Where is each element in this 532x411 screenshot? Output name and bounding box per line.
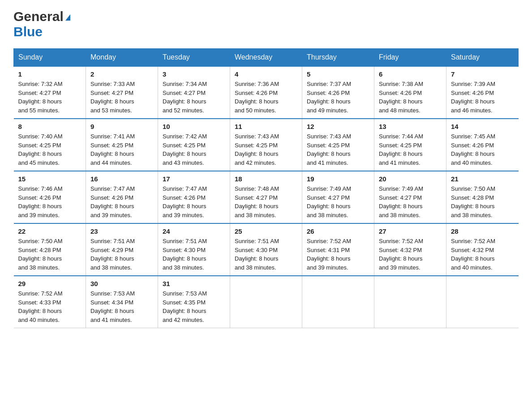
day-info: Sunrise: 7:47 AMSunset: 4:26 PMDaylight:…	[90, 184, 153, 219]
header-saturday: Saturday	[446, 49, 519, 67]
calendar-cell: 13 Sunrise: 7:44 AMSunset: 4:25 PMDaylig…	[374, 119, 446, 171]
day-number: 6	[379, 70, 442, 78]
day-number: 1	[18, 70, 82, 78]
header-sunday: Sunday	[14, 49, 86, 67]
day-number: 10	[163, 123, 225, 130]
calendar-cell: 2 Sunrise: 7:33 AMSunset: 4:27 PMDayligh…	[86, 66, 158, 119]
day-info: Sunrise: 7:50 AMSunset: 4:28 PMDaylight:…	[451, 184, 514, 219]
calendar-cell: 23 Sunrise: 7:51 AMSunset: 4:29 PMDaylig…	[86, 223, 158, 276]
calendar-cell: 19 Sunrise: 7:49 AMSunset: 4:27 PMDaylig…	[302, 171, 374, 223]
calendar-cell	[302, 276, 374, 328]
day-info: Sunrise: 7:42 AMSunset: 4:25 PMDaylight:…	[163, 132, 225, 167]
calendar-cell: 9 Sunrise: 7:41 AMSunset: 4:25 PMDayligh…	[86, 119, 158, 171]
day-info: Sunrise: 7:44 AMSunset: 4:25 PMDaylight:…	[379, 132, 442, 167]
calendar-cell: 1 Sunrise: 7:32 AMSunset: 4:27 PMDayligh…	[14, 66, 86, 119]
header-monday: Monday	[86, 49, 158, 67]
calendar-cell: 7 Sunrise: 7:39 AMSunset: 4:26 PMDayligh…	[446, 66, 519, 119]
day-info: Sunrise: 7:36 AMSunset: 4:26 PMDaylight:…	[235, 80, 297, 115]
calendar-cell: 3 Sunrise: 7:34 AMSunset: 4:27 PMDayligh…	[158, 66, 230, 119]
day-number: 12	[307, 123, 369, 130]
calendar-cell: 26 Sunrise: 7:52 AMSunset: 4:31 PMDaylig…	[302, 223, 374, 276]
day-info: Sunrise: 7:39 AMSunset: 4:26 PMDaylight:…	[451, 80, 514, 115]
calendar-cell: 25 Sunrise: 7:51 AMSunset: 4:30 PMDaylig…	[230, 223, 302, 276]
calendar-cell	[230, 276, 302, 328]
calendar-cell: 24 Sunrise: 7:51 AMSunset: 4:30 PMDaylig…	[158, 223, 230, 276]
calendar-week-row: 1 Sunrise: 7:32 AMSunset: 4:27 PMDayligh…	[14, 66, 519, 119]
day-info: Sunrise: 7:53 AMSunset: 4:34 PMDaylight:…	[90, 289, 153, 324]
logo-general: General	[13, 9, 64, 24]
calendar-cell: 4 Sunrise: 7:36 AMSunset: 4:26 PMDayligh…	[230, 66, 302, 119]
day-info: Sunrise: 7:33 AMSunset: 4:27 PMDaylight:…	[90, 80, 153, 115]
calendar-week-row: 8 Sunrise: 7:40 AMSunset: 4:25 PMDayligh…	[14, 119, 519, 171]
calendar-cell: 21 Sunrise: 7:50 AMSunset: 4:28 PMDaylig…	[446, 171, 519, 223]
calendar-cell: 5 Sunrise: 7:37 AMSunset: 4:26 PMDayligh…	[302, 66, 374, 119]
day-number: 25	[235, 227, 297, 235]
calendar-cell: 29 Sunrise: 7:52 AMSunset: 4:33 PMDaylig…	[14, 276, 86, 328]
day-info: Sunrise: 7:49 AMSunset: 4:27 PMDaylight:…	[307, 184, 369, 219]
day-number: 9	[90, 123, 153, 130]
day-number: 15	[18, 175, 82, 183]
calendar-cell	[446, 276, 519, 328]
day-info: Sunrise: 7:53 AMSunset: 4:35 PMDaylight:…	[163, 289, 225, 324]
day-number: 19	[307, 175, 369, 183]
calendar-cell: 17 Sunrise: 7:47 AMSunset: 4:26 PMDaylig…	[158, 171, 230, 223]
calendar-cell: 16 Sunrise: 7:47 AMSunset: 4:26 PMDaylig…	[86, 171, 158, 223]
header-thursday: Thursday	[302, 49, 374, 67]
calendar-cell: 11 Sunrise: 7:43 AMSunset: 4:25 PMDaylig…	[230, 119, 302, 171]
day-info: Sunrise: 7:47 AMSunset: 4:26 PMDaylight:…	[163, 184, 225, 219]
day-number: 11	[235, 123, 297, 130]
day-info: Sunrise: 7:45 AMSunset: 4:26 PMDaylight:…	[451, 132, 514, 167]
calendar-week-row: 15 Sunrise: 7:46 AMSunset: 4:26 PMDaylig…	[14, 171, 519, 223]
calendar-cell: 20 Sunrise: 7:49 AMSunset: 4:27 PMDaylig…	[374, 171, 446, 223]
day-number: 18	[235, 175, 297, 183]
day-number: 3	[163, 70, 225, 78]
day-number: 27	[379, 227, 442, 235]
day-number: 14	[451, 123, 514, 130]
calendar-week-row: 22 Sunrise: 7:50 AMSunset: 4:28 PMDaylig…	[14, 223, 519, 276]
calendar-cell: 31 Sunrise: 7:53 AMSunset: 4:35 PMDaylig…	[158, 276, 230, 328]
calendar-cell	[374, 276, 446, 328]
day-number: 4	[235, 70, 297, 78]
day-info: Sunrise: 7:37 AMSunset: 4:26 PMDaylight:…	[307, 80, 369, 115]
logo: General Blue	[13, 9, 70, 39]
day-number: 31	[163, 280, 225, 287]
calendar-cell: 22 Sunrise: 7:50 AMSunset: 4:28 PMDaylig…	[14, 223, 86, 276]
day-number: 21	[451, 175, 514, 183]
header-friday: Friday	[374, 49, 446, 67]
header-wednesday: Wednesday	[230, 49, 302, 67]
calendar-week-row: 29 Sunrise: 7:52 AMSunset: 4:33 PMDaylig…	[14, 276, 519, 328]
day-info: Sunrise: 7:43 AMSunset: 4:25 PMDaylight:…	[235, 132, 297, 167]
day-number: 28	[451, 227, 514, 235]
day-info: Sunrise: 7:51 AMSunset: 4:29 PMDaylight:…	[90, 237, 153, 272]
day-info: Sunrise: 7:34 AMSunset: 4:27 PMDaylight:…	[163, 80, 225, 115]
day-number: 13	[379, 123, 442, 130]
day-info: Sunrise: 7:52 AMSunset: 4:31 PMDaylight:…	[307, 237, 369, 272]
day-info: Sunrise: 7:49 AMSunset: 4:27 PMDaylight:…	[379, 184, 442, 219]
day-info: Sunrise: 7:52 AMSunset: 4:33 PMDaylight:…	[18, 289, 82, 324]
calendar-cell: 6 Sunrise: 7:38 AMSunset: 4:26 PMDayligh…	[374, 66, 446, 119]
calendar-cell: 14 Sunrise: 7:45 AMSunset: 4:26 PMDaylig…	[446, 119, 519, 171]
day-number: 23	[90, 227, 153, 235]
calendar-cell: 15 Sunrise: 7:46 AMSunset: 4:26 PMDaylig…	[14, 171, 86, 223]
day-info: Sunrise: 7:38 AMSunset: 4:26 PMDaylight:…	[379, 80, 442, 115]
day-info: Sunrise: 7:51 AMSunset: 4:30 PMDaylight:…	[235, 237, 297, 272]
calendar-cell: 28 Sunrise: 7:52 AMSunset: 4:32 PMDaylig…	[446, 223, 519, 276]
day-number: 24	[163, 227, 225, 235]
day-number: 16	[90, 175, 153, 183]
day-info: Sunrise: 7:50 AMSunset: 4:28 PMDaylight:…	[18, 237, 82, 272]
calendar-cell: 18 Sunrise: 7:48 AMSunset: 4:27 PMDaylig…	[230, 171, 302, 223]
day-number: 22	[18, 227, 82, 235]
day-number: 20	[379, 175, 442, 183]
day-number: 30	[90, 280, 153, 287]
calendar-header-row: SundayMondayTuesdayWednesdayThursdayFrid…	[14, 49, 519, 67]
day-number: 17	[163, 175, 225, 183]
calendar-table: SundayMondayTuesdayWednesdayThursdayFrid…	[13, 48, 519, 328]
calendar-cell: 30 Sunrise: 7:53 AMSunset: 4:34 PMDaylig…	[86, 276, 158, 328]
day-number: 29	[18, 280, 82, 287]
header-tuesday: Tuesday	[158, 49, 230, 67]
day-number: 8	[18, 123, 82, 130]
calendar-cell: 10 Sunrise: 7:42 AMSunset: 4:25 PMDaylig…	[158, 119, 230, 171]
calendar-cell: 27 Sunrise: 7:52 AMSunset: 4:32 PMDaylig…	[374, 223, 446, 276]
logo-triangle	[65, 14, 70, 21]
day-info: Sunrise: 7:52 AMSunset: 4:32 PMDaylight:…	[451, 237, 514, 272]
